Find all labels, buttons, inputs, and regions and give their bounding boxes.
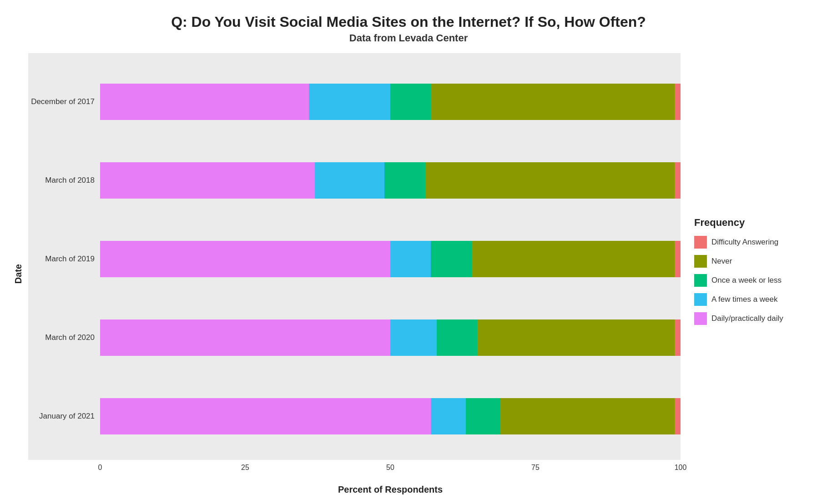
bar-segment-few_times_week — [315, 162, 384, 199]
x-tick: 0 — [98, 464, 102, 472]
legend-item: Daily/practically daily — [694, 312, 803, 325]
legend-item: Once a week or less — [694, 274, 803, 287]
chart-subtitle: Data from Levada Center — [9, 32, 808, 44]
legend-title: Frequency — [694, 217, 803, 229]
bar-segment-never — [477, 319, 675, 356]
y-axis-label-container: Date — [9, 53, 27, 495]
bar-segment-never — [431, 84, 675, 120]
x-axis-label: Percent of Respondents — [100, 484, 681, 495]
bar-segment-difficulty — [675, 241, 681, 277]
bar-segment-once_week — [437, 319, 477, 356]
legend-container: Frequency Difficulty AnsweringNeverOnce … — [681, 53, 808, 495]
legend-label: Difficulty Answering — [711, 238, 778, 247]
legend-label: Daily/practically daily — [711, 314, 783, 323]
bar-track — [100, 241, 681, 277]
legend-swatch — [694, 312, 707, 325]
bar-segment-never — [500, 398, 675, 434]
bar-segment-once_week — [384, 162, 425, 199]
legend-item: A few times a week — [694, 293, 803, 306]
chart-body: Date December of 2017March of 2018March … — [9, 53, 808, 495]
legend-label: Never — [711, 257, 732, 266]
bar-segment-never — [425, 162, 675, 199]
chart-container: Q: Do You Visit Social Media Sites on th… — [0, 0, 817, 504]
bar-segment-daily — [100, 241, 390, 277]
bar-track — [100, 319, 681, 356]
legend-swatch — [694, 255, 707, 268]
legend-label: Once a week or less — [711, 276, 782, 285]
x-tick: 50 — [386, 464, 394, 472]
bar-segment-difficulty — [675, 319, 681, 356]
x-axis: 0255075100 — [100, 460, 681, 483]
y-axis-label: Date — [13, 264, 24, 284]
bar-segment-once_week — [431, 241, 471, 277]
bar-row: January of 2021 — [27, 391, 681, 441]
bar-segment-once_week — [390, 84, 431, 120]
x-tick: 25 — [241, 464, 249, 472]
bar-segment-daily — [100, 84, 309, 120]
x-tick: 75 — [531, 464, 540, 472]
bar-label: March of 2020 — [27, 333, 100, 342]
bar-row: March of 2020 — [27, 313, 681, 363]
bar-segment-few_times_week — [431, 398, 466, 434]
bar-track — [100, 84, 681, 120]
bar-row: December of 2017 — [27, 77, 681, 127]
bar-track — [100, 162, 681, 199]
legend-item: Difficulty Answering — [694, 236, 803, 249]
bar-label: December of 2017 — [27, 97, 100, 106]
x-tick: 100 — [675, 464, 687, 472]
bar-segment-never — [472, 241, 675, 277]
bar-segment-difficulty — [675, 162, 681, 199]
plot-area: December of 2017March of 2018March of 20… — [27, 53, 681, 460]
bar-segment-once_week — [466, 398, 501, 434]
bar-track — [100, 398, 681, 434]
plot-area-container: December of 2017March of 2018March of 20… — [27, 53, 681, 495]
bar-row: March of 2019 — [27, 234, 681, 284]
bar-segment-few_times_week — [390, 319, 437, 356]
bar-segment-few_times_week — [390, 241, 431, 277]
legend-item: Never — [694, 255, 803, 268]
chart-title: Q: Do You Visit Social Media Sites on th… — [9, 14, 808, 30]
legend-label: A few times a week — [711, 295, 778, 304]
bar-row: March of 2018 — [27, 155, 681, 205]
bar-label: March of 2019 — [27, 254, 100, 264]
bar-segment-difficulty — [675, 398, 681, 434]
bar-segment-daily — [100, 398, 431, 434]
legend-swatch — [694, 236, 707, 249]
bar-label: January of 2021 — [27, 412, 100, 421]
bar-segment-daily — [100, 162, 315, 199]
bar-segment-difficulty — [675, 84, 681, 120]
bar-segment-few_times_week — [309, 84, 390, 120]
legend-swatch — [694, 293, 707, 306]
bar-label: March of 2018 — [27, 176, 100, 185]
bars-area: December of 2017March of 2018March of 20… — [27, 58, 681, 460]
legend-swatch — [694, 274, 707, 287]
bar-segment-daily — [100, 319, 390, 356]
